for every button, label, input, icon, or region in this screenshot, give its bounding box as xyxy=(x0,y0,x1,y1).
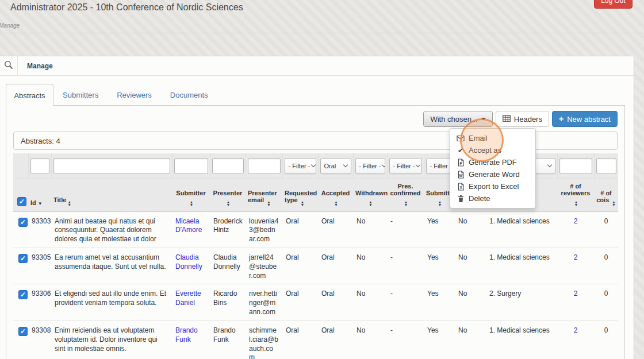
cell-id: 93308 xyxy=(28,321,51,359)
cell-submitted: Yes xyxy=(424,284,455,321)
col-header-requested-type[interactable]: Requested type ▲▼ xyxy=(282,179,318,211)
sort-icon: ▲▼ xyxy=(267,200,270,206)
chevron-down-icon xyxy=(547,163,551,167)
row-checkbox[interactable]: ✓ xyxy=(18,254,28,263)
col-header-accepted[interactable]: Accepted ▲▼ xyxy=(318,179,353,211)
filter-input-submitter[interactable] xyxy=(174,158,208,174)
submitter-link[interactable]: Claudia Donnelly xyxy=(175,253,202,271)
chevron-down-icon xyxy=(382,163,385,167)
col-header-cois[interactable]: # of cois ▲▼ xyxy=(594,179,618,211)
sort-icon: ▲▼ xyxy=(438,200,442,206)
sort-icon: ▲▼ xyxy=(190,200,193,206)
sort-icon: ▲▼ xyxy=(404,200,408,206)
reviewers-link[interactable]: 2 xyxy=(574,217,578,225)
submitter-link[interactable]: Everette Daniel xyxy=(175,289,201,307)
annotation-circle xyxy=(460,118,504,162)
row-checkbox[interactable]: ✓ xyxy=(18,327,28,336)
tab-submitters[interactable]: Submitters xyxy=(53,84,108,106)
cell-cois: 0 xyxy=(594,248,618,284)
tab-documents[interactable]: Documents xyxy=(161,84,217,106)
cell-id: 93305 xyxy=(28,248,51,284)
reviewers-link[interactable]: 2 xyxy=(574,253,578,261)
cell-accepted: Oral xyxy=(318,211,353,248)
menu-item-manage[interactable]: Manage xyxy=(18,56,62,75)
cell-withdrawn: No xyxy=(353,284,387,321)
cell-cois: 0 xyxy=(594,211,618,248)
cell-pres-confirmed: - xyxy=(387,284,424,321)
filter-select-value: - Filter - xyxy=(430,163,452,169)
cell-presenter-email: river.hettinger@mann.com xyxy=(246,284,282,321)
col-header-presenter-email[interactable]: Presenter email ▲▼ xyxy=(246,179,282,211)
filter-select-value: - Filter - xyxy=(359,163,381,169)
page-title: Administrator 2025 - 10th Conference of … xyxy=(10,2,243,13)
chevron-down-icon xyxy=(311,163,316,167)
tab-reviewers[interactable]: Reviewers xyxy=(108,84,161,106)
cell-topic: 1. Medical sciences xyxy=(486,321,557,359)
submitter-link[interactable]: Micaela D'Amore xyxy=(175,217,202,234)
table-grid-icon xyxy=(503,115,511,123)
table-row: ✓ 93308 Enim reiciendis ea ut voluptatem… xyxy=(13,321,618,359)
menu-item-label: Generate Word xyxy=(469,170,520,179)
filter-input-title[interactable] xyxy=(53,158,170,174)
filter-select-submitted[interactable]: - Filter - xyxy=(426,158,453,174)
cell-withdrawn: No xyxy=(353,321,387,359)
sort-desc-icon: ▼ xyxy=(38,201,43,206)
col-header-submitter[interactable]: Submitter ▲▼ xyxy=(172,179,210,211)
reviewers-link[interactable]: 2 xyxy=(574,326,578,334)
filter-select-value: Oral xyxy=(324,163,336,169)
col-header-presenter[interactable]: Presenter ▲▼ xyxy=(210,179,246,211)
logout-button[interactable]: Log Out xyxy=(594,0,632,9)
cell-requested-type: Oral xyxy=(282,284,318,321)
cell-pres-confirmed: - xyxy=(387,248,424,284)
row-checkbox[interactable]: ✓ xyxy=(18,218,28,227)
main-content: Manage Abstracts Submitters Reviewers Do… xyxy=(0,56,634,359)
filter-select-withdrawn[interactable]: - Filter - xyxy=(355,158,385,174)
filter-input-presenter-email[interactable] xyxy=(248,158,281,174)
cell-id: 93303 xyxy=(28,211,51,248)
headers-button[interactable]: Headers xyxy=(496,111,549,127)
col-header-pres-confirmed[interactable]: Pres. confirmed ▲▼ xyxy=(387,179,424,211)
col-header-withdrawn[interactable]: Withdrawn ▲▼ xyxy=(353,179,387,211)
col-header-reviewers[interactable]: # of reviewers ▲▼ xyxy=(557,179,594,211)
reviewers-link[interactable]: 2 xyxy=(574,289,578,298)
cell-hidden: No xyxy=(455,211,486,248)
filter-select-accepted[interactable]: Oral xyxy=(320,158,351,174)
filter-input-cois[interactable] xyxy=(596,158,617,174)
cell-pres-confirmed: - xyxy=(387,211,424,248)
cell-title: Enim reiciendis ea ut voluptatem volupta… xyxy=(51,321,172,359)
new-abstract-button[interactable]: + New abstract xyxy=(552,111,618,127)
tab-abstracts[interactable]: Abstracts xyxy=(6,84,53,106)
cell-title: Ea rerum amet vel at accusantium assumen… xyxy=(51,248,172,284)
col-header-title[interactable]: Title▲▼ xyxy=(51,179,172,211)
menu-item-generate-word[interactable]: W Generate Word xyxy=(450,168,535,180)
cell-presenter: Broderick Hintz xyxy=(210,211,246,248)
filter-input-reviewers[interactable] xyxy=(559,158,592,174)
filter-cell-checkbox xyxy=(13,153,28,179)
row-checkbox[interactable]: ✓ xyxy=(18,290,28,299)
menu-item-delete[interactable]: Delete xyxy=(450,192,535,204)
cell-title: Et eligendi sed aut illo unde enim. Et p… xyxy=(51,284,172,321)
cell-topic: 1. Medical sciences xyxy=(486,248,557,284)
menu-item-export-to-excel[interactable]: X Export to Excel xyxy=(450,180,535,192)
menu-item-label: Delete xyxy=(469,194,490,203)
col-header-id[interactable]: Id▼ xyxy=(28,179,51,211)
cell-presenter: Claudia Donnelly xyxy=(210,248,246,284)
cell-accepted: Oral xyxy=(318,284,353,321)
filter-input-id[interactable] xyxy=(30,158,49,174)
cell-topic: 2. Surgery xyxy=(486,284,557,321)
sort-icon: ▲▼ xyxy=(369,200,372,206)
cell-hidden: No xyxy=(455,248,486,284)
cell-topic: 1. Medical sciences xyxy=(486,211,557,248)
menu-bar: Manage xyxy=(0,56,634,76)
sort-icon: ▲▼ xyxy=(334,200,338,206)
submitter-link[interactable]: Brando Funk xyxy=(175,326,198,343)
filter-select-pres-confirmed[interactable]: - Filter - xyxy=(389,158,422,174)
search-button[interactable] xyxy=(0,56,18,75)
svg-text:X: X xyxy=(459,186,462,190)
select-all-checkbox[interactable]: ✓ xyxy=(17,197,26,206)
filter-input-presenter[interactable] xyxy=(212,158,244,174)
cell-accepted: Oral xyxy=(318,248,353,284)
plus-icon: + xyxy=(559,114,564,123)
cell-accepted: Oral xyxy=(318,321,353,359)
filter-select-requested-type[interactable]: - Filter - xyxy=(285,158,316,174)
